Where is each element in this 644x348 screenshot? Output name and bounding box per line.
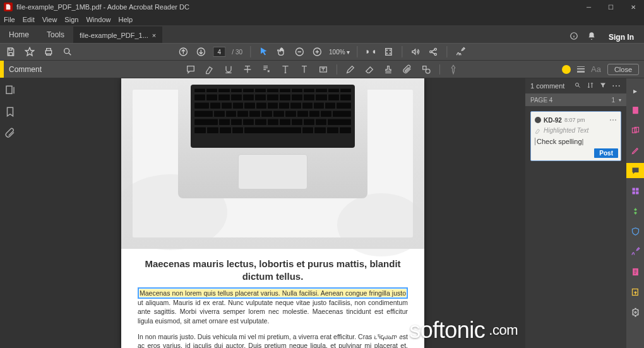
save-icon[interactable]: [5, 46, 16, 57]
color-swatch[interactable]: [562, 65, 571, 74]
page-total: / 30: [232, 49, 242, 56]
create-pdf-icon[interactable]: [626, 102, 644, 117]
sign-icon[interactable]: [455, 46, 467, 57]
menubar: File Edit View Sign Window Help: [0, 14, 644, 25]
text-box-icon[interactable]: [318, 64, 329, 75]
fit-width-icon[interactable]: [366, 46, 377, 57]
chevron-down-icon[interactable]: ▾: [619, 97, 621, 103]
bell-icon[interactable]: [587, 32, 596, 43]
tab-home[interactable]: Home: [0, 27, 38, 43]
svg-rect-23: [632, 191, 635, 194]
menu-sign[interactable]: Sign: [64, 16, 78, 23]
tab-document-label: file-example_PDF_1...: [80, 32, 148, 39]
zoom-in-icon[interactable]: [311, 46, 323, 57]
tab-tools[interactable]: Tools: [38, 27, 73, 43]
shapes-icon[interactable]: [420, 64, 432, 75]
page-up-icon[interactable]: [177, 46, 189, 57]
document-viewport[interactable]: Maecenas mauris lectus, lobortis et puru…: [20, 78, 525, 348]
star-icon[interactable]: [24, 46, 35, 57]
thumbnails-icon[interactable]: [4, 85, 16, 96]
paragraph-2: In non mauris justo. Duis vehicula mi ve…: [138, 332, 408, 348]
edit-pdf-icon[interactable]: [626, 143, 644, 158]
comment-label: Comment: [4, 65, 42, 74]
text-format-icon[interactable]: Aa: [591, 64, 601, 74]
pdf-page: Maecenas mauris lectus, lobortis et puru…: [121, 78, 424, 348]
protect-icon[interactable]: [626, 224, 644, 239]
insert-text-icon[interactable]: [280, 64, 291, 75]
close-comment-button[interactable]: Close: [607, 64, 639, 75]
combine-icon[interactable]: [626, 123, 644, 138]
comment-card[interactable]: KD-92 8:07 pm ⋯ Highlighted Text Check s…: [530, 111, 621, 161]
collapse-rightbar-icon[interactable]: ▸: [626, 85, 644, 97]
page-image: [121, 78, 424, 249]
main-toolbar: 4 / 30 100% ▾: [0, 43, 644, 61]
highlighted-text[interactable]: Maecenas non lorem quis tellus placerat …: [140, 289, 406, 297]
comment-text-input[interactable]: Check spelling: [535, 138, 617, 145]
menu-edit[interactable]: Edit: [23, 16, 35, 23]
menu-view[interactable]: View: [42, 16, 57, 23]
comment-options-icon[interactable]: ⋯: [609, 116, 617, 124]
replace-text-icon[interactable]: [261, 64, 272, 75]
sticky-note-icon[interactable]: [185, 64, 196, 75]
attach-icon[interactable]: [402, 64, 413, 75]
tab-document[interactable]: file-example_PDF_1... ×: [73, 27, 162, 43]
zoom-level[interactable]: 100% ▾: [329, 49, 350, 56]
search-icon[interactable]: [62, 46, 73, 57]
menu-window[interactable]: Window: [86, 16, 110, 23]
svg-point-17: [576, 83, 579, 87]
comment-divider: [337, 64, 337, 75]
fit-page-icon[interactable]: [383, 46, 395, 57]
svg-point-13: [426, 69, 430, 73]
comments-sort-icon[interactable]: [587, 81, 594, 90]
read-aloud-icon[interactable]: [410, 46, 422, 57]
comments-filter-icon[interactable]: [599, 81, 607, 90]
selection-tool-icon[interactable]: [258, 46, 270, 57]
text-comment-icon[interactable]: [299, 64, 310, 75]
comment-tool-icon[interactable]: [626, 163, 644, 178]
highlight-type-icon: [535, 128, 541, 134]
comments-count: 1 comment: [530, 82, 569, 90]
compress-icon[interactable]: [626, 203, 644, 219]
comments-options-icon[interactable]: ⋯: [612, 81, 621, 91]
highlight-icon[interactable]: [204, 64, 215, 75]
print-icon[interactable]: [43, 46, 54, 57]
svg-rect-21: [632, 188, 635, 190]
pin-icon[interactable]: [448, 64, 459, 75]
hand-tool-icon[interactable]: [276, 46, 287, 57]
pencil-icon[interactable]: [345, 64, 356, 75]
bookmarks-icon[interactable]: [4, 106, 16, 117]
svg-rect-12: [423, 66, 426, 69]
underline-icon[interactable]: [223, 64, 234, 75]
toolbar-divider-2: [357, 46, 358, 57]
export-icon[interactable]: [626, 264, 644, 279]
svg-rect-24: [636, 191, 638, 194]
comment-time: 8:07 pm: [564, 117, 585, 123]
page-down-icon[interactable]: [195, 46, 206, 57]
page-number-input[interactable]: 4: [213, 47, 225, 57]
svg-rect-22: [636, 188, 638, 190]
fill-sign-icon[interactable]: [626, 244, 644, 259]
organize-icon[interactable]: [626, 183, 644, 198]
comments-search-icon[interactable]: [574, 81, 581, 90]
strikethrough-icon[interactable]: [242, 64, 253, 75]
comment-type: Highlighted Text: [544, 127, 588, 134]
toolbar-divider-4: [447, 46, 448, 57]
convert-icon[interactable]: [626, 284, 644, 299]
zoom-out-icon[interactable]: [294, 46, 305, 57]
maximize-button[interactable]: ☐: [600, 0, 622, 14]
minimize-button[interactable]: ─: [578, 0, 600, 14]
line-weight-icon[interactable]: [577, 66, 585, 73]
attachments-icon[interactable]: [4, 128, 16, 139]
menu-file[interactable]: File: [4, 16, 15, 23]
menu-help[interactable]: Help: [119, 16, 133, 23]
close-window-button[interactable]: ✕: [622, 0, 644, 14]
stamp-icon[interactable]: [383, 64, 394, 75]
sign-in-button[interactable]: Sign In: [605, 33, 638, 42]
post-button[interactable]: Post: [594, 148, 618, 158]
share-icon[interactable]: [428, 46, 439, 57]
comments-page-label[interactable]: PAGE 4: [530, 97, 611, 104]
eraser-icon[interactable]: [364, 64, 375, 75]
more-tools-icon[interactable]: [626, 304, 644, 320]
info-icon[interactable]: [569, 32, 578, 43]
tab-close-icon[interactable]: ×: [152, 32, 156, 39]
